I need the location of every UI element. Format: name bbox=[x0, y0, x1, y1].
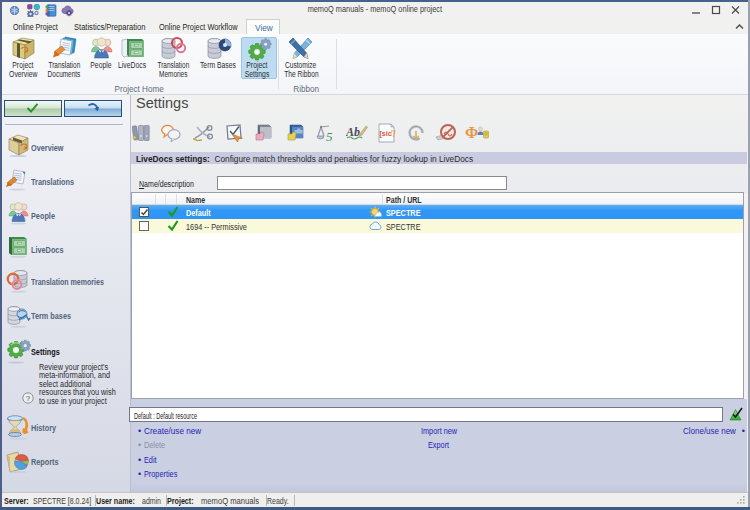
svg-text:5: 5 bbox=[326, 129, 333, 143]
svg-text:!]: !] bbox=[390, 129, 396, 138]
svg-text:Φ: Φ bbox=[465, 124, 478, 141]
svg-text:?: ? bbox=[26, 394, 31, 403]
